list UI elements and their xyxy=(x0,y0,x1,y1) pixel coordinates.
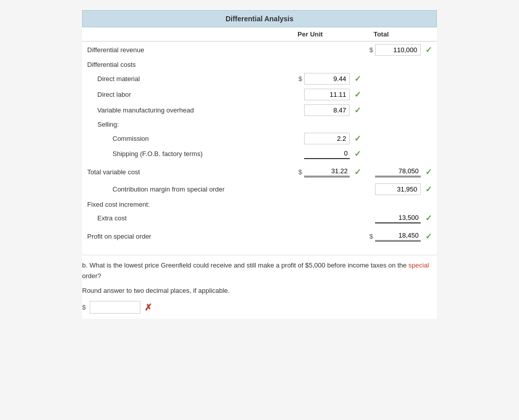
table-body: Differential revenue $ ✓ Differential co… xyxy=(82,42,437,245)
question-section: b. What is the lowest price Greenfield c… xyxy=(82,255,437,319)
row-direct-labor: Direct labor ✓ xyxy=(87,87,432,102)
answer-input[interactable] xyxy=(90,301,140,314)
row-differential-revenue: Differential revenue $ ✓ xyxy=(87,42,432,58)
col-header-per-unit: Per Unit xyxy=(275,30,346,38)
total-differential-revenue-input[interactable] xyxy=(375,44,421,56)
answer-dollar-sign: $ xyxy=(82,303,86,311)
row-fixed-cost-header: Fixed cost increment: xyxy=(87,198,432,211)
total-differential-revenue: $ ✓ xyxy=(366,44,432,56)
perunit-total-variable-cost-input[interactable] xyxy=(304,166,350,177)
total-profit-special-order: $ ✓ xyxy=(366,231,432,242)
answer-x-icon: ✗ xyxy=(144,302,152,313)
perunit-variable-mfg-overhead: ✓ xyxy=(295,104,361,116)
question-special-word: special xyxy=(409,261,429,269)
row-extra-cost: Extra cost ✓ xyxy=(87,211,432,225)
label-differential-costs: Differential costs xyxy=(87,61,136,68)
total-total-variable-cost-check: ✓ xyxy=(425,167,432,177)
label-variable-mfg-overhead: Variable manufacturing overhead xyxy=(97,106,194,114)
label-contribution-margin: Contribution margin from special order xyxy=(113,185,225,193)
answer-row: $ ✗ xyxy=(82,301,437,314)
perunit-total-variable-cost: $ ✓ xyxy=(295,166,361,177)
row-commission: Commission ✓ xyxy=(87,131,432,146)
table-header: Differential Analysis xyxy=(82,10,437,27)
perunit-commission: ✓ xyxy=(295,133,361,144)
row-total-variable-cost: Total variable cost $ ✓ ✓ xyxy=(87,163,432,180)
row-differential-costs-header: Differential costs xyxy=(87,58,432,71)
row-shipping: Shipping (F.O.B. factory terms) ✓ xyxy=(87,146,432,161)
total-contribution-margin-check: ✓ xyxy=(425,184,432,194)
total-extra-cost: ✓ xyxy=(366,213,432,223)
label-total-variable-cost: Total variable cost xyxy=(87,168,140,176)
table-title: Differential Analysis xyxy=(226,15,293,23)
perunit-shipping: ✓ xyxy=(295,148,361,159)
perunit-total-variable-cost-check: ✓ xyxy=(354,167,361,177)
perunit-direct-material-input[interactable] xyxy=(304,73,350,85)
perunit-commission-check: ✓ xyxy=(354,134,361,143)
row-variable-mfg-overhead: Variable manufacturing overhead ✓ xyxy=(87,102,432,118)
label-commission: Commission xyxy=(113,135,149,142)
total-total-variable-cost: ✓ xyxy=(366,166,432,177)
page-container: Differential Analysis Per Unit Total Dif… xyxy=(82,10,437,319)
label-fixed-cost-increment: Fixed cost increment: xyxy=(87,201,150,208)
perunit-direct-labor-input[interactable] xyxy=(304,89,350,100)
total-differential-revenue-check: ✓ xyxy=(425,45,432,55)
total-profit-special-order-input[interactable] xyxy=(375,231,421,242)
row-contribution-margin: Contribution margin from special order ✓ xyxy=(87,180,432,198)
col-header-total: Total xyxy=(346,30,417,38)
row-selling-header: Selling: xyxy=(87,118,432,131)
perunit-variable-mfg-overhead-check: ✓ xyxy=(354,105,361,115)
total-contribution-margin-input[interactable] xyxy=(375,183,421,195)
perunit-direct-material-check: ✓ xyxy=(354,74,361,84)
perunit-commission-input[interactable] xyxy=(304,133,350,144)
perunit-shipping-check: ✓ xyxy=(354,149,361,159)
label-direct-material: Direct material xyxy=(97,75,140,83)
row-direct-material: Direct material $ ✓ xyxy=(87,71,432,87)
perunit-shipping-input[interactable] xyxy=(304,148,350,159)
column-headers: Per Unit Total xyxy=(82,27,437,42)
label-extra-cost: Extra cost xyxy=(97,214,127,222)
label-direct-labor: Direct labor xyxy=(97,91,131,98)
row-profit-special-order: Profit on special order $ ✓ xyxy=(87,227,432,245)
total-extra-cost-check: ✓ xyxy=(425,213,432,223)
total-extra-cost-input[interactable] xyxy=(375,213,421,223)
label-selling: Selling: xyxy=(97,121,119,128)
perunit-variable-mfg-overhead-input[interactable] xyxy=(304,104,350,116)
total-profit-special-order-check: ✓ xyxy=(425,232,432,241)
label-profit-special-order: Profit on special order xyxy=(87,233,151,240)
question-text: b. What is the lowest price Greenfield c… xyxy=(82,260,437,282)
question-subtext: Round answer to two decimal places, if a… xyxy=(82,286,437,296)
label-differential-revenue: Differential revenue xyxy=(87,46,144,54)
perunit-direct-labor: ✓ xyxy=(295,89,361,100)
label-shipping: Shipping (F.O.B. factory terms) xyxy=(113,150,203,158)
perunit-direct-labor-check: ✓ xyxy=(354,90,361,99)
total-contribution-margin: ✓ xyxy=(366,183,432,195)
total-total-variable-cost-input[interactable] xyxy=(375,166,421,177)
perunit-direct-material: $ ✓ xyxy=(295,73,361,85)
